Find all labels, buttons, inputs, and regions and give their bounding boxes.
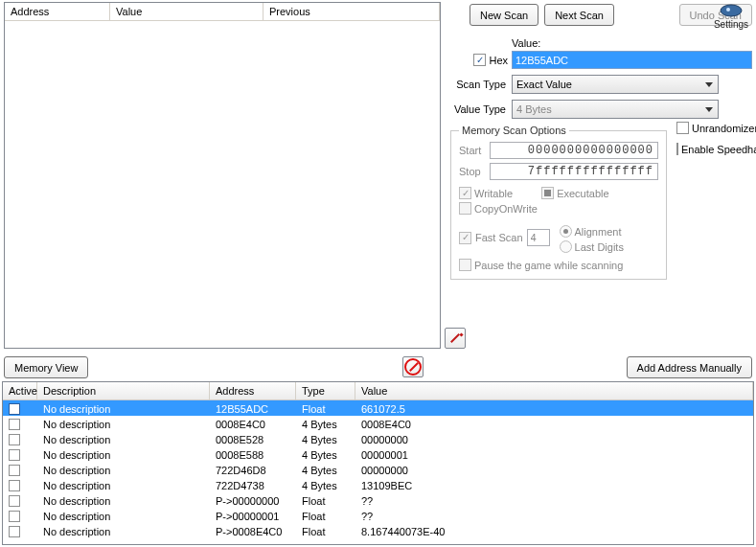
settings-label: Settings (712, 19, 750, 30)
speedhack-label: Enable Speedhack (681, 144, 756, 155)
memory-scan-options-group: Memory Scan Options Start Stop Writable … (450, 125, 667, 280)
table-row[interactable]: No description722D46D84 Bytes00000000 (3, 462, 753, 477)
pause-checkbox (459, 259, 471, 271)
next-scan-button[interactable]: Next Scan (544, 4, 614, 26)
row-active-checkbox[interactable] (9, 511, 20, 522)
row-active-checkbox[interactable] (9, 495, 20, 507)
copy-to-addresslist-button[interactable] (445, 328, 466, 349)
row-address: 0008E588 (210, 448, 296, 461)
row-active-checkbox[interactable] (9, 434, 20, 445)
value-type-value: 4 Bytes (516, 103, 552, 115)
scan-results-col-address[interactable]: Address (5, 3, 110, 20)
memory-view-button[interactable]: Memory View (4, 356, 88, 378)
table-row[interactable]: No description12B55ADCFloat661072.5 (3, 400, 753, 416)
mso-stop-label: Stop (459, 166, 490, 177)
svg-point-0 (721, 5, 742, 16)
row-type: Float (296, 525, 355, 537)
row-type: Float (296, 494, 355, 507)
row-value: 00000000 (355, 464, 753, 476)
settings-icon[interactable] (718, 2, 745, 19)
row-description: No description (37, 402, 210, 415)
row-active-checkbox[interactable] (9, 465, 20, 476)
table-row[interactable]: No description0008E5884 Bytes00000001 (3, 446, 753, 462)
table-row[interactable]: No descriptionP->00000000Float?? (3, 492, 753, 508)
hcol-type[interactable]: Type (296, 382, 355, 399)
table-row[interactable]: No description0008E5284 Bytes00000000 (3, 431, 753, 446)
row-address: P->00000001 (210, 510, 296, 522)
hcol-description[interactable]: Description (37, 382, 210, 399)
row-value: ?? (355, 510, 753, 522)
executable-label: Executable (557, 188, 608, 199)
mso-legend: Memory Scan Options (459, 125, 569, 136)
writable-checkbox (459, 187, 471, 199)
row-active-checkbox[interactable] (9, 526, 20, 537)
row-type: 4 Bytes (296, 464, 355, 476)
row-active-checkbox[interactable] (9, 480, 20, 491)
row-address: 722D46D8 (210, 464, 296, 476)
row-value: 661072.5 (355, 402, 753, 415)
add-address-manually-button[interactable]: Add Address Manually (627, 356, 752, 378)
row-value: 00000001 (355, 448, 753, 461)
row-description: No description (37, 448, 210, 461)
row-value: 13109BEC (355, 479, 753, 491)
scan-value-input[interactable] (512, 51, 752, 69)
mso-start-input[interactable] (490, 142, 658, 159)
hex-label: Hex (489, 55, 508, 66)
address-list-body[interactable]: No description12B55ADCFloat661072.5No de… (3, 400, 753, 543)
arrow-icon (448, 331, 462, 345)
table-row[interactable]: No descriptionP->0008E4C0Float8.16744007… (3, 523, 753, 538)
svg-point-1 (726, 8, 730, 11)
table-row[interactable]: No descriptionP->00000001Float?? (3, 508, 753, 523)
row-type: Float (296, 402, 355, 415)
row-address: 0008E528 (210, 433, 296, 445)
scan-type-select[interactable]: Exact Value (512, 75, 719, 94)
row-description: No description (37, 494, 210, 507)
speedhack-checkbox[interactable] (676, 143, 678, 155)
fastscan-checkbox (459, 232, 471, 244)
unrandomizer-checkbox[interactable] (676, 122, 689, 134)
clear-button[interactable] (402, 356, 424, 377)
alignment-label: Alignment (575, 226, 622, 238)
address-list-panel: Active Description Address Type Value No… (2, 381, 754, 545)
extra-options: Unrandomizer Enable Speedhack (676, 119, 756, 155)
copyonwrite-checkbox (459, 202, 471, 215)
row-type: 4 Bytes (296, 448, 355, 461)
row-type: 4 Bytes (296, 418, 355, 430)
hcol-address[interactable]: Address (210, 382, 296, 399)
value-type-label: Value Type (450, 103, 512, 115)
row-address: P->00000000 (210, 494, 296, 507)
row-active-checkbox[interactable] (9, 403, 20, 415)
address-list-header: Active Description Address Type Value (3, 382, 753, 400)
table-row[interactable]: No description0008E4C04 Bytes0008E4C0 (3, 416, 753, 431)
scan-results-col-previous[interactable]: Previous (263, 3, 440, 20)
scan-results-col-value[interactable]: Value (110, 3, 263, 20)
row-value: 00000000 (355, 433, 753, 445)
scan-results-panel: Address Value Previous (4, 2, 441, 349)
row-value: 8.167440073E-40 (355, 525, 753, 537)
unrandomizer-label: Unrandomizer (692, 123, 756, 134)
row-description: No description (37, 433, 210, 445)
hcol-value[interactable]: Value (355, 382, 753, 399)
hex-checkbox[interactable] (473, 54, 486, 66)
mso-stop-input[interactable] (490, 163, 658, 180)
table-row[interactable]: No description722D47384 Bytes13109BEC (3, 477, 753, 492)
fastscan-value-input (527, 229, 550, 246)
value-type-select[interactable]: 4 Bytes (512, 100, 719, 119)
new-scan-button[interactable]: New Scan (470, 4, 538, 26)
row-description: No description (37, 418, 210, 430)
row-description: No description (37, 525, 210, 537)
scan-type-value: Exact Value (516, 79, 572, 90)
row-active-checkbox[interactable] (9, 419, 20, 430)
row-active-checkbox[interactable] (9, 449, 20, 461)
writable-label: Writable (474, 188, 513, 199)
row-address: 12B55ADC (210, 402, 296, 415)
row-address: 722D4738 (210, 479, 296, 491)
scan-type-label: Scan Type (450, 79, 512, 90)
hcol-active[interactable]: Active (3, 382, 37, 399)
pause-label: Pause the game while scanning (474, 260, 623, 271)
row-type: Float (296, 510, 355, 522)
row-description: No description (37, 464, 210, 476)
executable-checkbox (541, 187, 554, 199)
settings-block[interactable]: Settings (712, 2, 750, 30)
row-address: 0008E4C0 (210, 418, 296, 430)
